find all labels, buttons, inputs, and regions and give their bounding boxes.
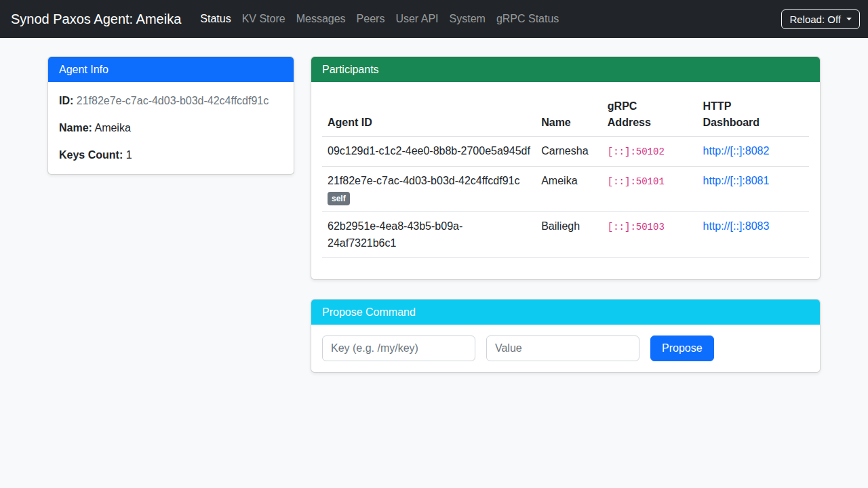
participant-row: 21f82e7e-c7ac-4d03-b03d-42c4ffcdf91c sel… <box>322 167 809 212</box>
keys-count-line: Keys Count: 1 <box>59 147 283 163</box>
reload-dropdown-button[interactable]: Reload: Off <box>781 9 860 29</box>
nav-item-grpc-status[interactable]: gRPC Status <box>491 7 564 30</box>
propose-value-input[interactable] <box>486 336 639 361</box>
participants-card-header: Participants <box>311 57 820 82</box>
dashboard-link[interactable]: http://[::]:8083 <box>703 220 770 232</box>
participant-grpc-address: [::]:50102 <box>602 137 698 167</box>
propose-key-input[interactable] <box>322 336 475 361</box>
keys-count-label: Keys Count: <box>59 149 123 161</box>
participant-name: Ameika <box>536 167 602 212</box>
participant-agent-id: 62b2951e-4ea8-43b5-b09a-24af7321b6c1 <box>322 212 536 258</box>
nav-item-status[interactable]: Status <box>195 7 236 30</box>
dashboard-link[interactable]: http://[::]:8082 <box>703 145 770 157</box>
participant-grpc-address: [::]:50101 <box>602 167 698 212</box>
participant-row: 09c129d1-c1c2-4ee0-8b8b-2700e5a945df Car… <box>322 137 809 167</box>
column-header-agent-id: Agent ID <box>322 93 536 137</box>
participant-agent-id: 21f82e7e-c7ac-4d03-b03d-42c4ffcdf91c sel… <box>322 167 536 212</box>
navbar-brand[interactable]: Synod Paxos Agent: Ameika <box>11 12 181 26</box>
agent-id-value: 21f82e7e-c7ac-4d03-b03d-42c4ffcdf91c <box>77 95 269 106</box>
agent-info-card-header: Agent Info <box>48 57 294 82</box>
participants-header-row: Agent ID Name gRPC Address HTTP Dashboar… <box>322 93 809 137</box>
participants-table: Agent ID Name gRPC Address HTTP Dashboar… <box>322 93 809 258</box>
propose-command-card-header: Propose Command <box>311 300 820 325</box>
nav-item-kv-store[interactable]: KV Store <box>237 7 291 30</box>
main-content: Agent Info ID: 21f82e7e-c7ac-4d03-b03d-4… <box>47 56 821 373</box>
participant-http-dashboard: http://[::]:8081 <box>698 167 809 212</box>
participants-card-body: Agent ID Name gRPC Address HTTP Dashboar… <box>311 82 820 279</box>
top-navbar: Synod Paxos Agent: Ameika Status KV Stor… <box>0 0 868 38</box>
navbar-nav: Status KV Store Messages Peers User API … <box>195 7 781 30</box>
participant-row: 62b2951e-4ea8-43b5-b09a-24af7321b6c1 Bai… <box>322 212 809 258</box>
participant-name: Carnesha <box>536 137 602 167</box>
propose-command-card-body: Propose <box>311 325 820 372</box>
nav-item-user-api[interactable]: User API <box>390 7 443 30</box>
propose-form: Propose <box>322 336 809 361</box>
participant-grpc-address: [::]:50103 <box>602 212 698 258</box>
dashboard-link[interactable]: http://[::]:8081 <box>703 175 770 186</box>
agent-id-line: ID: 21f82e7e-c7ac-4d03-b03d-42c4ffcdf91c <box>59 93 283 109</box>
nav-item-messages[interactable]: Messages <box>291 7 351 30</box>
participant-name: Bailiegh <box>536 212 602 258</box>
propose-button[interactable]: Propose <box>650 336 714 361</box>
agent-name-line: Name: Ameika <box>59 120 283 136</box>
agent-name-label: Name: <box>59 122 92 134</box>
column-header-http-dashboard: HTTP Dashboard <box>698 93 809 137</box>
agent-id-label: ID: <box>59 95 73 106</box>
self-badge: self <box>328 192 350 205</box>
agent-info-card-body: ID: 21f82e7e-c7ac-4d03-b03d-42c4ffcdf91c… <box>48 82 294 174</box>
nav-item-system[interactable]: System <box>444 7 491 30</box>
propose-command-card: Propose Command Propose <box>311 299 821 373</box>
participant-http-dashboard: http://[::]:8082 <box>698 137 809 167</box>
agent-info-card: Agent Info ID: 21f82e7e-c7ac-4d03-b03d-4… <box>47 56 294 175</box>
nav-item-peers[interactable]: Peers <box>351 7 391 30</box>
column-header-grpc-address: gRPC Address <box>602 93 698 137</box>
reload-dropdown-label: Reload: Off <box>789 13 841 26</box>
agent-name-value: Ameika <box>94 122 130 134</box>
participant-http-dashboard: http://[::]:8083 <box>698 212 809 258</box>
keys-count-value: 1 <box>126 149 132 161</box>
caret-down-icon <box>846 18 852 20</box>
column-header-name: Name <box>536 93 602 137</box>
participant-agent-id: 09c129d1-c1c2-4ee0-8b8b-2700e5a945df <box>322 137 536 167</box>
participants-card: Participants Agent ID Name <box>311 56 821 280</box>
